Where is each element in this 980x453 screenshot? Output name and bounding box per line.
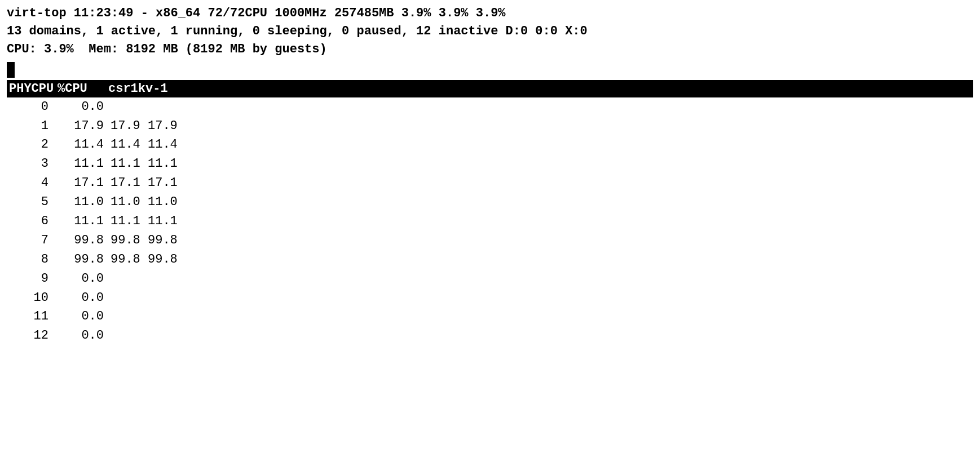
table-row: 611.111.1 11.1 (7, 212, 973, 231)
col-header-name: csr1kv-1 (108, 82, 973, 96)
table-row: 120.0 (7, 326, 973, 345)
table-row: 899.899.8 99.8 (7, 250, 973, 269)
table-row: 100.0 (7, 288, 973, 308)
cell-name: 17.1 17.1 (108, 174, 973, 192)
cell-phycpu: 0 (7, 98, 58, 116)
cell-name (108, 308, 973, 326)
cell-phycpu: 8 (7, 251, 58, 269)
table-row: 00.0 (7, 97, 973, 117)
cell-name (108, 289, 973, 307)
cell-pct-cpu: 11.4 (58, 136, 108, 154)
cell-name: 17.9 17.9 (108, 117, 973, 135)
cell-pct-cpu: 99.8 (58, 232, 108, 250)
cell-pct-cpu: 11.0 (58, 193, 108, 211)
cell-phycpu: 12 (7, 327, 58, 345)
cell-phycpu: 9 (7, 270, 58, 288)
cursor-bar (7, 62, 15, 78)
cell-pct-cpu: 0.0 (58, 308, 108, 326)
header-line-3: CPU: 3.9% Mem: 8192 MB (8192 MB by guest… (7, 41, 973, 59)
cell-name: 11.1 11.1 (108, 212, 973, 230)
cell-name (108, 270, 973, 288)
cell-pct-cpu: 0.0 (58, 289, 108, 307)
cell-name: 99.8 99.8 (108, 232, 973, 250)
cell-phycpu: 4 (7, 174, 58, 192)
cell-name (108, 98, 973, 116)
cell-phycpu: 7 (7, 232, 58, 250)
cell-name (108, 327, 973, 345)
cell-pct-cpu: 11.1 (58, 155, 108, 173)
cell-pct-cpu: 11.1 (58, 212, 108, 230)
table-row: 117.917.9 17.9 (7, 117, 973, 136)
table-header: PHYCPU %CPU csr1kv-1 (7, 80, 973, 97)
table-row: 417.117.1 17.1 (7, 174, 973, 193)
cell-phycpu: 2 (7, 136, 58, 154)
cell-name: 99.8 99.8 (108, 251, 973, 269)
table-body: 00.0117.917.9 17.9211.411.4 11.4311.111.… (7, 97, 973, 346)
header-line-2: 13 domains, 1 active, 1 running, 0 sleep… (7, 23, 973, 41)
table-row: 799.899.8 99.8 (7, 231, 973, 250)
header-section: virt-top 11:23:49 - x86_64 72/72CPU 1000… (7, 5, 973, 59)
cell-phycpu: 10 (7, 289, 58, 307)
cell-name: 11.1 11.1 (108, 155, 973, 173)
header-line-1: virt-top 11:23:49 - x86_64 72/72CPU 1000… (7, 5, 973, 23)
cell-phycpu: 6 (7, 212, 58, 230)
cell-phycpu: 11 (7, 308, 58, 326)
cell-phycpu: 5 (7, 193, 58, 211)
table-row: 211.411.4 11.4 (7, 135, 973, 154)
col-header-pct-cpu: %CPU (58, 82, 108, 96)
cell-pct-cpu: 99.8 (58, 251, 108, 269)
cell-pct-cpu: 17.9 (58, 117, 108, 135)
cell-pct-cpu: 0.0 (58, 327, 108, 345)
table-row: 90.0 (7, 269, 973, 288)
cell-phycpu: 1 (7, 117, 58, 135)
col-header-phycpu: PHYCPU (7, 82, 58, 96)
cell-name: 11.4 11.4 (108, 136, 973, 154)
cell-name: 11.0 11.0 (108, 193, 973, 211)
cell-pct-cpu: 0.0 (58, 98, 108, 116)
cell-phycpu: 3 (7, 155, 58, 173)
cell-pct-cpu: 17.1 (58, 174, 108, 192)
cell-pct-cpu: 0.0 (58, 270, 108, 288)
table-row: 110.0 (7, 307, 973, 326)
table-row: 311.111.1 11.1 (7, 154, 973, 174)
table-row: 511.011.0 11.0 (7, 193, 973, 212)
